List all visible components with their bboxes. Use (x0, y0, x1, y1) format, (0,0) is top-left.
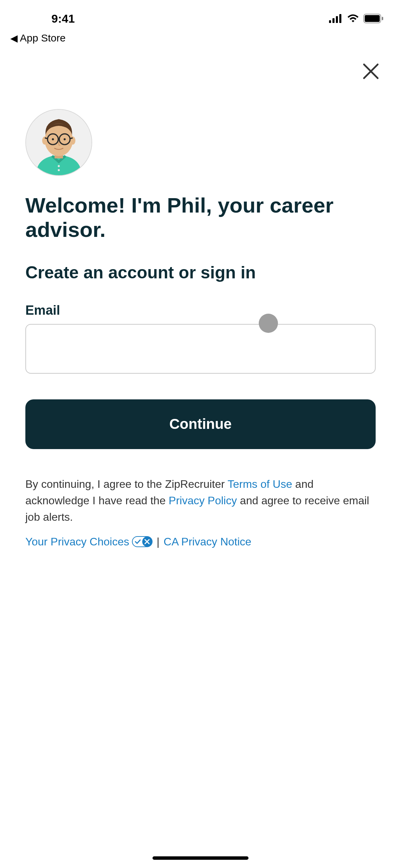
ca-privacy-notice-link[interactable]: CA Privacy Notice (163, 535, 251, 548)
sub-heading: Create an account or sign in (25, 263, 376, 282)
separator: | (157, 535, 159, 548)
status-icons (329, 14, 384, 23)
svg-point-11 (58, 169, 60, 171)
back-to-appstore[interactable]: ◀ App Store (0, 31, 401, 51)
avatar (25, 109, 92, 176)
terms-link[interactable]: Terms of Use (228, 478, 292, 490)
status-time: 9:41 (17, 12, 75, 25)
svg-point-21 (52, 138, 54, 140)
status-bar: 9:41 (0, 0, 401, 31)
wifi-icon (347, 14, 359, 23)
email-input-wrapper (25, 324, 376, 374)
svg-rect-2 (336, 16, 338, 23)
svg-rect-1 (332, 18, 335, 23)
privacy-choices-link[interactable]: Your Privacy Choices (25, 535, 129, 548)
privacy-policy-link[interactable]: Privacy Policy (169, 494, 237, 507)
continue-button[interactable]: Continue (25, 399, 376, 449)
svg-point-22 (64, 138, 66, 140)
svg-point-10 (58, 165, 60, 167)
chevron-left-icon: ◀ (10, 33, 18, 44)
page-title: Welcome! I'm Phil, your career advisor. (25, 193, 376, 242)
legal-text: By continuing, I agree to the ZipRecruit… (25, 476, 376, 525)
cursor-dot-icon (259, 314, 278, 333)
svg-line-20 (70, 138, 73, 138)
email-label: Email (25, 303, 376, 318)
battery-icon (363, 14, 384, 23)
privacy-row: Your Privacy Choices | CA Privacy Notice (25, 535, 376, 548)
svg-rect-5 (365, 15, 380, 22)
home-indicator[interactable] (153, 856, 248, 860)
svg-rect-6 (382, 17, 383, 20)
cellular-signal-icon (329, 14, 343, 23)
phil-avatar-icon (26, 110, 92, 175)
close-icon (361, 62, 380, 81)
back-label: App Store (20, 32, 65, 44)
close-button[interactable] (361, 62, 380, 81)
main-content: Welcome! I'm Phil, your career advisor. … (0, 51, 401, 548)
svg-rect-3 (339, 14, 341, 23)
email-field[interactable] (25, 324, 376, 374)
privacy-toggle-icon (132, 536, 153, 547)
svg-rect-0 (329, 20, 331, 23)
svg-line-19 (45, 138, 48, 138)
